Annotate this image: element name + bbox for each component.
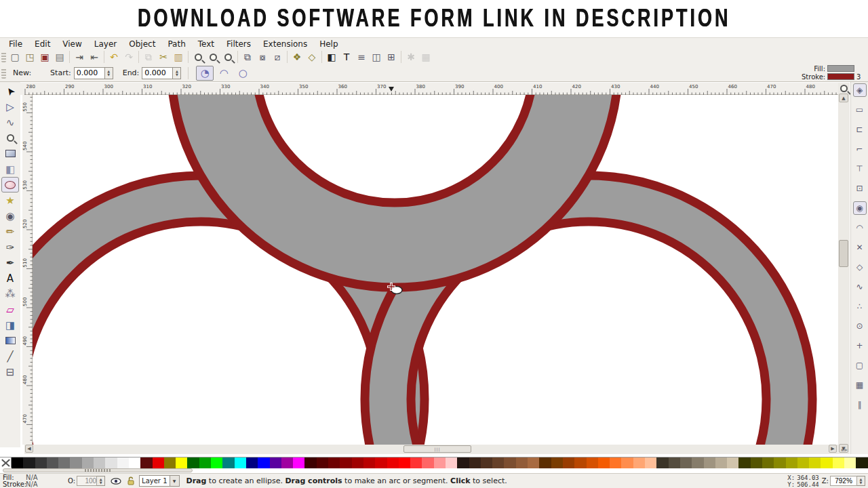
zoom-to-selection-button[interactable] — [191, 50, 205, 64]
zoom-spinner[interactable]: ▲▼ — [857, 476, 865, 486]
vertical-ruler[interactable]: 550540530520510500490480470 — [22, 95, 33, 445]
snap-bbox-edge-midpoints-button[interactable]: ⊤ — [853, 162, 867, 176]
snap-line-midpoints-button[interactable]: ∴ — [853, 300, 867, 313]
palette-swatch-66[interactable] — [786, 458, 797, 468]
palette-swatch-23[interactable] — [281, 458, 293, 468]
fill-color-swatch[interactable] — [827, 65, 854, 72]
palette-swatch-68[interactable] — [809, 458, 821, 468]
menu-filters[interactable]: Filters — [220, 39, 257, 49]
stroke-color-swatch[interactable] — [827, 73, 854, 80]
arc-mode-slice-button[interactable]: ◔ — [196, 66, 214, 81]
paste-button[interactable]: ▥ — [171, 50, 186, 64]
snap-rotation-centers-button[interactable]: + — [853, 339, 867, 352]
palette-swatch-8[interactable] — [105, 458, 117, 468]
menu-text[interactable]: Text — [192, 39, 220, 49]
palette-swatch-4[interactable] — [58, 458, 70, 468]
align-distribute-dialog-button[interactable]: ⊞ — [384, 50, 399, 64]
palette-swatch-64[interactable] — [762, 458, 774, 468]
snap-guides-button[interactable]: ∥ — [853, 398, 867, 411]
snap-grids-button[interactable]: ▦ — [853, 378, 867, 392]
palette-swatch-48[interactable] — [574, 458, 586, 468]
menu-help[interactable]: Help — [313, 39, 344, 49]
layer-lock-toggle[interactable] — [127, 476, 135, 485]
layer-visibility-toggle[interactable] — [111, 477, 121, 485]
zoom-to-drawing-button[interactable] — [205, 50, 220, 64]
palette-swatch-42[interactable] — [504, 458, 515, 468]
save-document-button[interactable]: ▣ — [37, 50, 52, 64]
palette-swatch-38[interactable] — [457, 458, 469, 468]
export-image-button[interactable]: ⇤ — [87, 50, 102, 64]
palette-swatch-11[interactable] — [140, 458, 152, 468]
duplicate-button[interactable]: ⧉ — [240, 50, 255, 64]
new-document-button[interactable]: ▢ — [7, 50, 22, 64]
bezier-pen-tool[interactable]: ✑ — [1, 239, 19, 255]
snap-bbox-corners-button[interactable]: ⌐ — [853, 142, 867, 156]
box-3d-tool[interactable]: ◧ — [1, 161, 19, 177]
start-input[interactable] — [74, 67, 105, 79]
opacity-spinner[interactable]: ▲▼ — [97, 476, 105, 486]
calligraphy-tool[interactable]: ✒ — [1, 255, 19, 270]
snap-object-centers-button[interactable]: ⊙ — [853, 319, 867, 333]
snap-page-border-button[interactable]: ▢ — [853, 359, 867, 372]
horizontal-scrollbar[interactable]: ◀ ||| ▶ — [24, 445, 838, 454]
palette-swatch-30[interactable] — [363, 458, 375, 468]
menu-object[interactable]: Object — [123, 39, 161, 49]
palette-swatch-28[interactable] — [340, 458, 351, 468]
layers-dialog-button[interactable]: ≡ — [354, 50, 369, 64]
text-dialog-button[interactable]: T — [339, 50, 354, 64]
palette-swatch-44[interactable] — [528, 458, 539, 468]
palette-swatch-51[interactable] — [610, 458, 621, 468]
palette-swatch-72[interactable] — [856, 458, 867, 468]
palette-swatch-7[interactable] — [94, 458, 105, 468]
menu-extensions[interactable]: Extensions — [257, 39, 313, 49]
palette-scroll-grip[interactable] — [85, 469, 112, 472]
snap-nodes-button[interactable]: ◉ — [853, 201, 867, 215]
import-image-button[interactable]: ⇥ — [72, 50, 87, 64]
palette-swatch-62[interactable] — [738, 458, 750, 468]
snap-path-intersections-button[interactable]: ✕ — [853, 241, 867, 254]
palette-swatch-2[interactable] — [35, 458, 47, 468]
unlink-clone-button[interactable]: ⧄ — [270, 50, 285, 64]
palette-swatch-34[interactable] — [410, 458, 422, 468]
create-clone-button[interactable]: ⧇ — [255, 50, 270, 64]
stroke-width-value[interactable]: 3 — [856, 73, 861, 81]
palette-swatch-50[interactable] — [598, 458, 610, 468]
vertical-scrollbar[interactable]: ▲ ▼ — [838, 83, 850, 454]
fill-stroke-dialog-button[interactable]: ◧ — [324, 50, 339, 64]
snap-to-paths-button[interactable]: ◠ — [853, 221, 867, 235]
palette-swatch-6[interactable] — [82, 458, 94, 468]
palette-swatch-46[interactable] — [551, 458, 563, 468]
palette-swatch-15[interactable] — [187, 458, 199, 468]
ungroup-objects-button[interactable]: ◇ — [304, 50, 319, 64]
current-layer-select[interactable]: Layer 1 — [139, 475, 170, 487]
undo-button[interactable]: ↶ — [106, 50, 121, 64]
vertical-scroll-thumb[interactable] — [839, 240, 848, 267]
palette-swatch-32[interactable] — [387, 458, 399, 468]
palette-swatch-41[interactable] — [492, 458, 504, 468]
zoom-input[interactable] — [830, 476, 857, 486]
arc-mode-arc-button[interactable]: ◠ — [215, 66, 233, 81]
start-spinner[interactable]: ▲▼ — [105, 67, 113, 79]
fill-stroke-status[interactable]: Fill:N/A Stroke:N/A — [3, 474, 50, 488]
palette-swatch-25[interactable] — [304, 458, 316, 468]
palette-swatch-14[interactable] — [176, 458, 187, 468]
palette-swatch-29[interactable] — [352, 458, 363, 468]
pencil-tool[interactable]: ✏ — [1, 224, 19, 239]
palette-swatch-37[interactable] — [446, 458, 457, 468]
palette-swatch-69[interactable] — [821, 458, 832, 468]
palette-swatch-0[interactable] — [12, 458, 23, 468]
palette-swatch-39[interactable] — [469, 458, 481, 468]
node-editor-tool[interactable]: ▷ — [1, 99, 19, 115]
snap-enable-button[interactable]: ◈ — [853, 83, 867, 97]
palette-swatch-16[interactable] — [199, 458, 211, 468]
scroll-up-arrow[interactable]: ▲ — [839, 94, 848, 102]
star-tool[interactable]: ★ — [1, 192, 19, 208]
palette-swatch-26[interactable] — [317, 458, 328, 468]
palette-swatch-60[interactable] — [715, 458, 727, 468]
menu-path[interactable]: Path — [161, 39, 191, 49]
palette-swatch-5[interactable] — [70, 458, 81, 468]
snap-bounding-box-button[interactable]: ▭ — [853, 103, 867, 117]
tweak-tool[interactable]: ∿ — [1, 115, 19, 130]
text-tool[interactable]: A — [1, 270, 19, 286]
palette-swatch-18[interactable] — [222, 458, 234, 468]
